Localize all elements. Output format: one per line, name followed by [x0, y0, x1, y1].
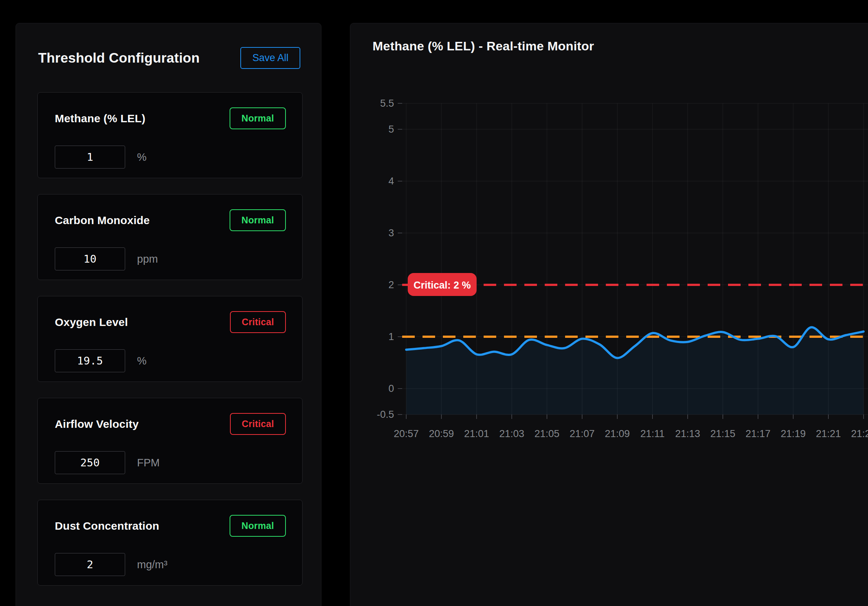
y-axis-tick-labels: 5.5543210-0.5	[377, 98, 394, 420]
x-axis-tick-label: 21:11	[640, 428, 665, 439]
sensor-name: Dust Concentration	[55, 520, 159, 532]
threshold-card: Methane (% LEL) Normal %	[37, 92, 302, 178]
x-axis-tick-label: 21:05	[534, 428, 560, 439]
x-axis-tick-label: 21:21	[816, 428, 841, 439]
y-axis-tick-label: 5.5	[380, 98, 394, 109]
threshold-configuration-panel: Threshold Configuration Save All Methane…	[16, 23, 321, 606]
y-axis-tick-label: 5	[389, 124, 394, 135]
threshold-value-input[interactable]	[55, 146, 125, 169]
y-axis-tick-label: 1	[389, 331, 394, 342]
threshold-card: Oxygen Level Critical %	[37, 296, 302, 382]
status-badge: Critical	[230, 311, 286, 333]
y-axis-tick-label: -0.5	[377, 409, 394, 420]
threshold-panel-title: Threshold Configuration	[38, 50, 200, 66]
critical-threshold-label: Critical: 2 %	[408, 273, 477, 296]
status-badge: Normal	[229, 515, 286, 537]
x-axis-tick-labels: 20:5720:5921:0121:0321:0521:0721:0921:11…	[394, 428, 868, 439]
unit-label: ppm	[137, 253, 158, 265]
y-axis-tick-label: 0	[389, 383, 394, 394]
threshold-card: Carbon Monoxide Normal ppm	[37, 194, 302, 280]
methane-series-area	[406, 328, 863, 415]
save-all-button[interactable]: Save All	[240, 47, 300, 69]
x-axis-tick-label: 21:23	[851, 428, 868, 439]
threshold-panel-header: Threshold Configuration Save All	[16, 23, 321, 69]
threshold-value-input[interactable]	[55, 451, 125, 474]
x-axis-tick-label: 20:57	[394, 428, 419, 439]
unit-label: FPM	[137, 457, 160, 469]
y-axis-tick-label: 3	[389, 227, 394, 239]
threshold-value-input[interactable]	[55, 553, 125, 576]
sensor-name: Carbon Monoxide	[55, 214, 150, 227]
x-axis-tick-label: 21:13	[675, 428, 700, 439]
threshold-value-input[interactable]	[55, 349, 125, 372]
methane-line-chart: 5.5543210-0.520:5720:5921:0121:0321:0521…	[350, 23, 868, 579]
x-axis-tick-label: 21:01	[464, 428, 489, 439]
realtime-monitor-panel: Methane (% LEL) - Real-time Monitor 5.55…	[350, 23, 868, 606]
sensor-name: Oxygen Level	[55, 316, 128, 329]
x-axis-tick-label: 21:15	[710, 428, 735, 439]
status-badge: Normal	[229, 209, 286, 231]
y-axis-tick-label: 2	[389, 279, 394, 291]
threshold-card: Dust Concentration Normal mg/m³	[37, 500, 302, 586]
threshold-card: Airflow Velocity Critical FPM	[37, 398, 302, 484]
y-axis-tick-label: 4	[389, 176, 394, 187]
unit-label: mg/m³	[137, 559, 167, 571]
x-axis-tick-label: 21:19	[781, 428, 806, 439]
status-badge: Normal	[229, 107, 286, 129]
unit-label: %	[137, 151, 147, 163]
status-badge: Critical	[230, 413, 286, 435]
unit-label: %	[137, 355, 147, 367]
x-axis-tick-label: 21:17	[746, 428, 770, 439]
threshold-cards-list: Methane (% LEL) Normal % Carbon Monoxide…	[37, 92, 302, 601]
x-axis-tick-label: 21:09	[605, 428, 630, 439]
sensor-name: Airflow Velocity	[55, 418, 139, 430]
sensor-name: Methane (% LEL)	[55, 112, 146, 125]
threshold-value-input[interactable]	[55, 247, 125, 270]
x-axis-tick-label: 20:59	[429, 428, 454, 439]
x-axis-tick-label: 21:03	[499, 428, 524, 439]
mine-safety-dashboard: { "threshold_panel": { "title": "Thresho…	[0, 0, 868, 606]
critical-threshold-label-text: Critical: 2 %	[414, 280, 471, 291]
x-axis-tick-label: 21:07	[570, 428, 595, 439]
